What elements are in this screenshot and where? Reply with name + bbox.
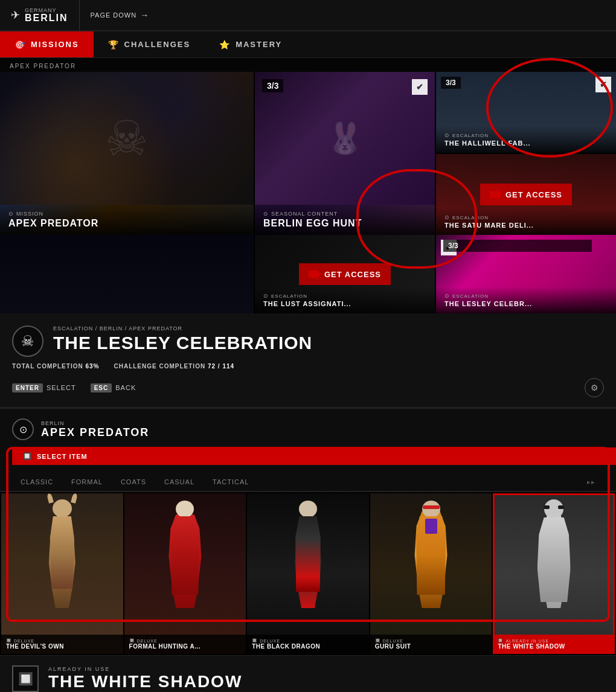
guru-head [422, 501, 440, 517]
action-bar: ENTER Select ESC Back ⚙ [12, 378, 604, 397]
card-type-lesley: ⊙ ESCALATION [444, 293, 608, 299]
tab-challenges[interactable]: 🏆 CHALLENGES [94, 31, 205, 57]
right-horn [71, 493, 78, 504]
page-down-button[interactable]: PAGE DOWN → [80, 10, 161, 20]
white-figure-shape [528, 499, 580, 608]
guru-figure-shape [405, 499, 457, 608]
location-city: Berlin [25, 13, 68, 23]
challenge-completion-label: CHALLENGE COMPLETION 72 / 114 [114, 363, 234, 370]
select-label: Select [47, 384, 76, 391]
selected-outfit-panel: 🔲 ALREADY IN USE THE WHITE SHADOW [0, 655, 616, 692]
mission-card-apex-predator[interactable]: ☠ ⊙ MISSION APEX PREDATOR [0, 72, 254, 235]
card-overlay-apex: ⊙ MISSION APEX PREDATOR [0, 205, 254, 235]
devil-body [47, 516, 77, 589]
gear-icon: ⚙ [591, 383, 598, 392]
mastery-icon: ⭐ [219, 40, 231, 50]
formal-hunting-figure [124, 493, 246, 614]
top-navigation: ✈ Germany Berlin PAGE DOWN → [0, 0, 616, 31]
right-column: ✔ 3/3 ⊙ ESCALATION THE HALLIWELL FAB... … [436, 72, 616, 235]
mission-card-lust[interactable]: Get Access ⊙ ESCALATION THE LUST ASSIGNA… [255, 235, 435, 313]
outfit-panel-info: ALREADY IN USE THE WHITE SHADOW [48, 666, 604, 691]
outfit-card-guru-suit[interactable]: 🔲 DELUXE GURU SUIT [370, 493, 492, 654]
empty-slot [0, 235, 254, 313]
apex-visual-bg: ☠ [0, 72, 254, 205]
esc-back-btn[interactable]: ESC Back [91, 383, 136, 392]
outfit-card-devils-own[interactable]: 🔲 DELUXE THE DEVIL'S OWN [1, 493, 123, 654]
outfit-card-white-shadow[interactable]: 🔲 ALREADY IN USE THE WHITE SHADOW [493, 493, 615, 654]
white-shadow-tier: 🔲 ALREADY IN USE [498, 638, 610, 643]
dragon-figure-shape [282, 499, 333, 608]
guru-suit-label: 🔲 DELUXE GURU SUIT [370, 635, 492, 654]
settings-button[interactable]: ⚙ [585, 378, 604, 397]
card-title-satu: THE SATU MARE DELI... [444, 222, 608, 229]
selected-mission-panel: ☠ ESCALATION / BERLIN / APEX PREDATOR TH… [0, 313, 616, 408]
outfit-card-black-dragon[interactable]: 🔲 DELUXE THE BLACK DRAGON [247, 493, 369, 654]
black-dragon-figure [247, 493, 369, 614]
card-type-halliwell: ⊙ ESCALATION [444, 132, 608, 138]
devil-head [53, 499, 72, 517]
cat-tab-classic[interactable]: CLASSIC [12, 473, 62, 492]
white-shadow-name: THE WHITE SHADOW [498, 643, 610, 650]
apex-bg-icon: ☠ [105, 111, 149, 167]
formal-hunting-label: 🔲 DELUXE FORMAL HUNTING A... [124, 635, 246, 654]
tab-challenges-label: CHALLENGES [124, 40, 191, 49]
lower-title: APEX PREDATOR [41, 426, 149, 439]
selected-mission-path: ESCALATION / BERLIN / APEX PREDATOR [53, 325, 604, 332]
tab-missions-label: MISSIONS [31, 40, 79, 49]
outfit-panel-icon: 🔲 [12, 665, 39, 692]
tab-missions[interactable]: 🎯 MISSIONS [0, 31, 94, 57]
outfit-panel-status: ALREADY IN USE [48, 666, 604, 672]
devils-own-figure [1, 493, 123, 614]
devils-own-tier: 🔲 DELUXE [6, 638, 118, 643]
missions-grid: ☠ ⊙ MISSION APEX PREDATOR 🐰 ✔ 3/3 ⊙ SEAS… [0, 72, 616, 235]
card-title-apex: APEX PREDATOR [8, 218, 245, 229]
outfits-grid: 🔲 DELUXE THE DEVIL'S OWN 🔲 [0, 492, 616, 655]
dragon-body [292, 516, 324, 592]
tab-mastery[interactable]: ⭐ MASTERY [205, 31, 297, 57]
lower-header: ⊙ BERLIN APEX PREDATOR [0, 418, 616, 447]
lower-section: ⊙ BERLIN APEX PREDATOR 🔲 SELECT ITEM CLA… [0, 409, 616, 692]
back-label: Back [115, 384, 136, 391]
guru-suit-tier: 🔲 DELUXE [375, 638, 487, 643]
white-right-eye [558, 505, 564, 509]
mission-card-lesley[interactable]: ✔ 3/3 ⊙ ESCALATION THE LESLEY CELEBR... [436, 235, 616, 313]
lust-get-access-btn[interactable]: Get Access [299, 263, 391, 285]
outfit-card-formal-hunting[interactable]: 🔲 DELUXE FORMAL HUNTING A... [124, 493, 246, 654]
white-head [544, 499, 563, 519]
total-completion-label: TOTAL COMPLETION 63% [12, 363, 99, 370]
guru-suit-name: GURU SUIT [375, 643, 487, 650]
card-type-egg: ⊙ SEASONAL CONTENT [263, 211, 426, 217]
black-dragon-tier: 🔲 DELUXE [252, 638, 364, 643]
egg-check-badge: ✔ [412, 79, 428, 95]
cat-tab-formal[interactable]: FORMAL [63, 473, 111, 492]
black-dragon-name: THE BLACK DRAGON [252, 643, 364, 650]
black-dragon-label: 🔲 DELUXE THE BLACK DRAGON [247, 635, 369, 654]
arrow-right-icon: → [140, 10, 149, 20]
cat-tab-more: ▸▸ [579, 473, 604, 491]
formal-head [176, 501, 194, 517]
cat-tab-casual[interactable]: CASUAL [156, 473, 203, 492]
mission-card-egg-hunt[interactable]: 🐰 ✔ 3/3 ⊙ SEASONAL CONTENT BERLIN EGG HU… [255, 72, 435, 235]
egg-progress: 3/3 [262, 79, 283, 92]
select-item-button[interactable]: 🔲 SELECT ITEM [12, 447, 616, 465]
esc-key-badge: ESC [91, 383, 112, 392]
card-title-lesley: THE LESLEY CELEBR... [444, 300, 608, 307]
tab-navigation: 🎯 MISSIONS 🏆 CHALLENGES ⭐ MASTERY [0, 31, 616, 58]
cat-tab-tactical[interactable]: TACTICAL [204, 473, 257, 492]
enter-select-btn[interactable]: ENTER Select [12, 383, 76, 392]
location-badge: ✈ Germany Berlin [0, 0, 80, 30]
card-title-lust: THE LUST ASSIGNATI... [263, 300, 426, 307]
cat-tab-coats[interactable]: COATS [112, 473, 155, 492]
page-down-label: PAGE DOWN [91, 11, 137, 19]
missions-icon: 🎯 [14, 40, 26, 50]
mission-card-halliwell[interactable]: ✔ 3/3 ⊙ ESCALATION THE HALLIWELL FAB... [436, 72, 616, 153]
category-tabs: CLASSIC FORMAL COATS CASUAL TACTICAL ▸▸ [0, 473, 616, 492]
mission-card-satu-mare[interactable]: Get Access ⊙ ESCALATION THE SATU MARE DE… [436, 154, 616, 235]
satu-mare-get-access-btn[interactable]: Get Access [480, 184, 572, 205]
challenges-icon: 🏆 [108, 40, 120, 50]
outfit-panel-title: THE WHITE SHADOW [48, 672, 604, 691]
selected-mission-info: ESCALATION / BERLIN / APEX PREDATOR THE … [53, 325, 604, 352]
guru-collar [425, 519, 437, 534]
card-type-satu: ⊙ ESCALATION [444, 214, 608, 220]
card-type-lust: ⊙ ESCALATION [263, 293, 426, 299]
